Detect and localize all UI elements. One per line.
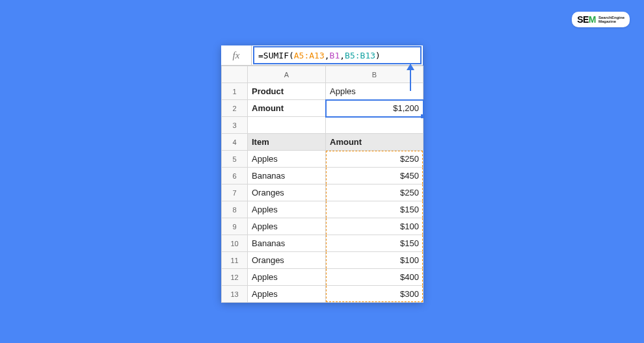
cell-A10[interactable]: Bananas bbox=[248, 235, 326, 252]
row-10: 10 Bananas $150 bbox=[222, 235, 423, 252]
cell-B12[interactable]: $400 bbox=[326, 269, 423, 286]
cell-B2-active[interactable]: $1,200 bbox=[326, 100, 423, 117]
grid[interactable]: A B 1 Product Apples 2 Amount $1,200 3 4 bbox=[221, 66, 423, 303]
row-2: 2 Amount $1,200 bbox=[222, 100, 423, 117]
row-header-8[interactable]: 8 bbox=[222, 201, 248, 218]
cell-A4[interactable]: Item bbox=[248, 134, 326, 151]
column-header-row: A B bbox=[222, 66, 423, 83]
cell-B3[interactable] bbox=[326, 117, 423, 134]
row-9: 9 Apples $100 bbox=[222, 218, 423, 235]
formula-input[interactable]: =SUMIF(A5:A13,B1,B5:B13) bbox=[253, 46, 422, 64]
row-header-7[interactable]: 7 bbox=[222, 184, 248, 201]
formula-bar: fx =SUMIF(A5:A13,B1,B5:B13) bbox=[221, 45, 423, 66]
row-3: 3 bbox=[222, 117, 423, 134]
col-header-B[interactable]: B bbox=[326, 66, 423, 83]
cell-A13[interactable]: Apples bbox=[248, 286, 326, 303]
row-header-13[interactable]: 13 bbox=[222, 286, 248, 303]
select-all-corner[interactable] bbox=[222, 66, 248, 83]
brand-logo: SEM SearchEngineMagazine bbox=[572, 12, 630, 27]
formula-paren-open: ( bbox=[289, 51, 294, 60]
row-7: 7 Oranges $250 bbox=[222, 184, 423, 201]
row-header-1[interactable]: 1 bbox=[222, 83, 248, 100]
row-13: 13 Apples $300 bbox=[222, 286, 423, 303]
cell-A2[interactable]: Amount bbox=[248, 100, 326, 117]
row-12: 12 Apples $400 bbox=[222, 269, 423, 286]
formula-range2: B1 bbox=[330, 51, 340, 60]
row-header-10[interactable]: 10 bbox=[222, 235, 248, 252]
formula-range1: A5:A13 bbox=[294, 51, 325, 60]
spreadsheet: fx =SUMIF(A5:A13,B1,B5:B13) A B 1 Produc… bbox=[221, 45, 423, 303]
row-header-6[interactable]: 6 bbox=[222, 168, 248, 184]
cell-B1[interactable]: Apples bbox=[326, 83, 423, 100]
row-header-12[interactable]: 12 bbox=[222, 269, 248, 286]
logo-mark: SEM bbox=[577, 14, 596, 25]
cell-A11[interactable]: Oranges bbox=[248, 252, 326, 269]
cell-B8[interactable]: $150 bbox=[326, 201, 423, 218]
logo-text: SearchEngineMagazine bbox=[598, 16, 624, 23]
cell-B9[interactable]: $100 bbox=[326, 218, 423, 235]
row-header-3[interactable]: 3 bbox=[222, 117, 248, 134]
row-6: 6 Bananas $450 bbox=[222, 168, 423, 184]
formula-paren-close: ) bbox=[375, 51, 381, 60]
row-header-4[interactable]: 4 bbox=[222, 134, 248, 151]
cell-B7[interactable]: $250 bbox=[326, 184, 423, 201]
cell-A5[interactable]: Apples bbox=[248, 151, 326, 168]
row-header-5[interactable]: 5 bbox=[222, 151, 248, 168]
row-5: 5 Apples $250 bbox=[222, 151, 423, 168]
cell-A9[interactable]: Apples bbox=[248, 218, 326, 235]
fx-icon[interactable]: fx bbox=[221, 45, 252, 65]
cell-B5[interactable]: $250 bbox=[326, 151, 423, 168]
row-header-11[interactable]: 11 bbox=[222, 252, 248, 269]
cell-B6[interactable]: $450 bbox=[326, 168, 423, 184]
row-11: 11 Oranges $100 bbox=[222, 252, 423, 269]
cell-A7[interactable]: Oranges bbox=[248, 184, 326, 201]
row-header-9[interactable]: 9 bbox=[222, 218, 248, 235]
formula-range3: B5:B13 bbox=[345, 51, 375, 60]
cell-B11[interactable]: $100 bbox=[326, 252, 423, 269]
formula-equals: = bbox=[258, 51, 263, 60]
cell-A8[interactable]: Apples bbox=[248, 201, 326, 218]
cell-B10[interactable]: $150 bbox=[326, 235, 423, 252]
cell-A1[interactable]: Product bbox=[248, 83, 326, 100]
cell-B13[interactable]: $300 bbox=[326, 286, 423, 303]
cell-A3[interactable] bbox=[248, 117, 326, 134]
col-header-A[interactable]: A bbox=[248, 66, 326, 83]
row-4: 4 Item Amount bbox=[222, 134, 423, 151]
cell-B4[interactable]: Amount bbox=[326, 134, 423, 151]
row-header-2[interactable]: 2 bbox=[222, 100, 248, 117]
row-1: 1 Product Apples bbox=[222, 83, 423, 100]
row-8: 8 Apples $150 bbox=[222, 201, 423, 218]
cell-A12[interactable]: Apples bbox=[248, 269, 326, 286]
cell-A6[interactable]: Bananas bbox=[248, 168, 326, 184]
formula-fn: SUMIF bbox=[263, 51, 289, 60]
